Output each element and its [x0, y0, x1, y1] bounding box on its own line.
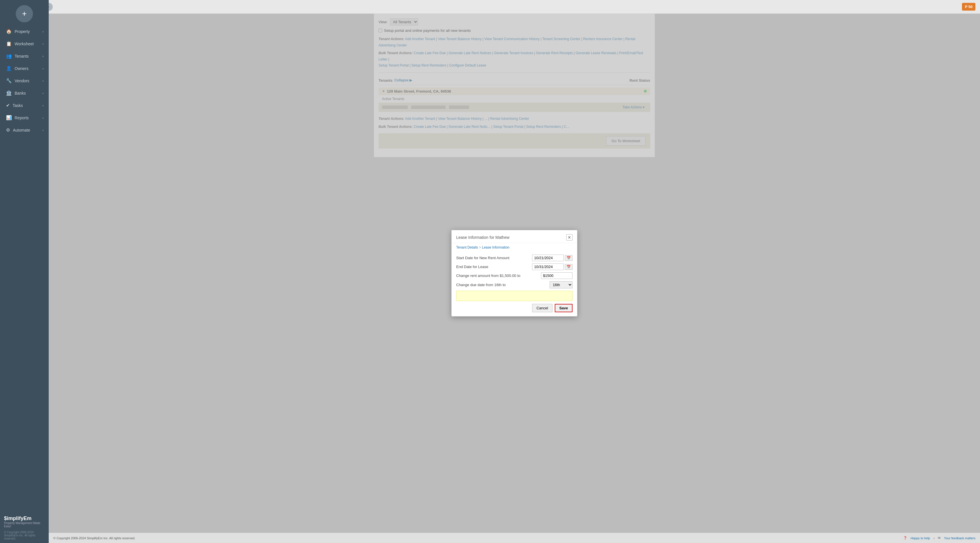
end-date-input-wrap: 📅 — [532, 263, 573, 270]
main-area: ‹ P 50 View: All Tenants Setup portal an… — [49, 0, 980, 543]
footer-right: ❓ Happy to help › ✉ Your feedback matter… — [903, 536, 975, 540]
reports-icon: 📊 — [6, 115, 12, 120]
chevron-right-icon: › — [42, 30, 43, 33]
due-date-input-wrap: 16th — [550, 281, 573, 288]
cancel-button[interactable]: Cancel — [532, 304, 552, 312]
tasks-icon: ✔ — [6, 103, 10, 108]
chevron-right-footer: › — [934, 537, 935, 540]
breadcrumb-current: Lease Information — [482, 245, 509, 249]
footer-copyright: © Copyright 2006-2024 SimplifyEm Inc. Al… — [53, 537, 135, 540]
sidebar-item-banks[interactable]: 🏦 Banks › — [0, 87, 49, 99]
rent-amount-label: Change rent amount from $1,500.00 to — [456, 274, 541, 278]
happy-to-help-icon: ❓ — [903, 536, 907, 540]
modal-title: Lease Information for Mathew — [456, 235, 509, 240]
chevron-right-icon: › — [42, 129, 43, 132]
end-date-label: End Date for Lease — [456, 264, 532, 269]
modal-note-box — [456, 291, 573, 301]
chevron-right-icon: › — [42, 79, 43, 83]
modal-title-text: Lease Information — [456, 235, 488, 240]
sidebar-item-automate[interactable]: ⚙ Automate › — [0, 124, 49, 136]
sidebar-item-label: Tenants — [14, 54, 29, 59]
sidebar-item-property[interactable]: 🏠 Property › — [0, 25, 49, 38]
save-button[interactable]: Save — [555, 304, 573, 312]
plus-icon: + — [22, 9, 27, 18]
user-badge: P 50 — [962, 3, 975, 11]
sidebar-item-label: Vendors — [14, 78, 29, 83]
vendors-icon: 🔧 — [6, 78, 12, 83]
sidebar-item-label: Automate — [13, 128, 30, 132]
user-badge-text: P 50 — [965, 5, 972, 9]
logo-tagline: Property Management Made Easy! — [4, 521, 45, 528]
worksheet-icon: 📋 — [6, 41, 12, 46]
tenants-icon: 👥 — [6, 53, 12, 59]
owners-icon: 👤 — [6, 66, 12, 71]
rent-amount-input[interactable] — [541, 272, 573, 279]
banks-icon: 🏦 — [6, 90, 12, 96]
modal-breadcrumb: Tenant Details > Lease Information — [452, 243, 577, 252]
sidebar-item-label: Reports — [14, 116, 29, 120]
sidebar-item-worksheet[interactable]: 📋 Worksheet › — [0, 38, 49, 50]
sidebar-item-label: Property — [14, 29, 30, 34]
lease-information-modal: Lease Information for Mathew ✕ Tenant De… — [451, 230, 578, 317]
add-button[interactable]: + — [16, 5, 33, 22]
start-date-label: Start Date for New Rent Amount — [456, 256, 532, 260]
close-icon: ✕ — [568, 235, 571, 240]
sidebar-item-label: Owners — [14, 66, 29, 71]
sidebar: + 🏠 Property › 📋 Worksheet › 👥 Tenants ›… — [0, 0, 49, 543]
sidebar-item-owners[interactable]: 👤 Owners › — [0, 62, 49, 75]
chevron-right-icon: › — [42, 104, 43, 107]
sidebar-item-label: Banks — [14, 91, 26, 96]
start-date-input[interactable] — [532, 255, 564, 261]
feedback-link[interactable]: Your feedback matters — [944, 537, 975, 540]
sidebar-collapse-button[interactable]: ‹ — [49, 3, 53, 11]
chevron-right-icon: › — [42, 91, 43, 95]
due-date-label: Change due date from 16th to — [456, 283, 550, 287]
modal-title-for: for Mathew — [490, 235, 509, 240]
footer: © Copyright 2006-2024 SimplifyEm Inc. Al… — [49, 533, 980, 543]
chevron-right-icon: › — [42, 42, 43, 46]
end-date-row: End Date for Lease 📅 — [456, 263, 573, 270]
home-icon: 🏠 — [6, 29, 12, 34]
modal-header: Lease Information for Mathew ✕ — [452, 230, 577, 243]
content-wrapper: View: All Tenants Setup portal and onlin… — [49, 14, 980, 533]
happy-to-help-link[interactable]: Happy to help — [911, 537, 930, 540]
modal-footer: Cancel Save — [452, 301, 577, 316]
sidebar-item-tasks[interactable]: ✔ Tasks › — [0, 99, 49, 111]
sidebar-item-label: Worksheet — [14, 41, 34, 46]
rent-amount-row: Change rent amount from $1,500.00 to — [456, 272, 573, 279]
sidebar-item-vendors[interactable]: 🔧 Vendors › — [0, 75, 49, 87]
sidebar-copyright: © Copyright 2006-2024 SimplifyEm Inc. Al… — [0, 531, 49, 543]
feedback-icon: ✉ — [938, 536, 940, 540]
due-date-row: Change due date from 16th to 16th — [456, 281, 573, 288]
start-date-input-wrap: 📅 — [532, 255, 573, 261]
modal-body: Start Date for New Rent Amount 📅 End Dat… — [452, 252, 577, 301]
automate-icon: ⚙ — [6, 127, 10, 133]
sidebar-item-reports[interactable]: 📊 Reports › — [0, 111, 49, 124]
sidebar-nav: 🏠 Property › 📋 Worksheet › 👥 Tenants › 👤… — [0, 25, 49, 511]
modal-overlay: Lease Information for Mathew ✕ Tenant De… — [49, 14, 980, 533]
start-date-calendar-button[interactable]: 📅 — [565, 255, 573, 261]
sidebar-item-label: Tasks — [13, 103, 23, 108]
chevron-right-icon: › — [42, 54, 43, 58]
end-date-input[interactable] — [532, 263, 564, 270]
chevron-right-icon: › — [42, 67, 43, 70]
end-date-calendar-button[interactable]: 📅 — [565, 264, 573, 270]
rent-amount-input-wrap — [541, 272, 573, 279]
breadcrumb-parent[interactable]: Tenant Details — [456, 245, 478, 249]
due-date-select[interactable]: 16th — [550, 281, 573, 288]
sidebar-item-tenants[interactable]: 👥 Tenants › — [0, 50, 49, 62]
top-bar: ‹ P 50 — [49, 0, 980, 14]
chevron-right-icon: › — [42, 116, 43, 119]
start-date-row: Start Date for New Rent Amount 📅 — [456, 255, 573, 261]
sidebar-logo: $implifyEm Property Management Made Easy… — [0, 511, 49, 531]
modal-close-button[interactable]: ✕ — [566, 234, 573, 240]
collapse-icon: ‹ — [49, 5, 49, 9]
logo-text: $implifyEm — [4, 516, 45, 521]
